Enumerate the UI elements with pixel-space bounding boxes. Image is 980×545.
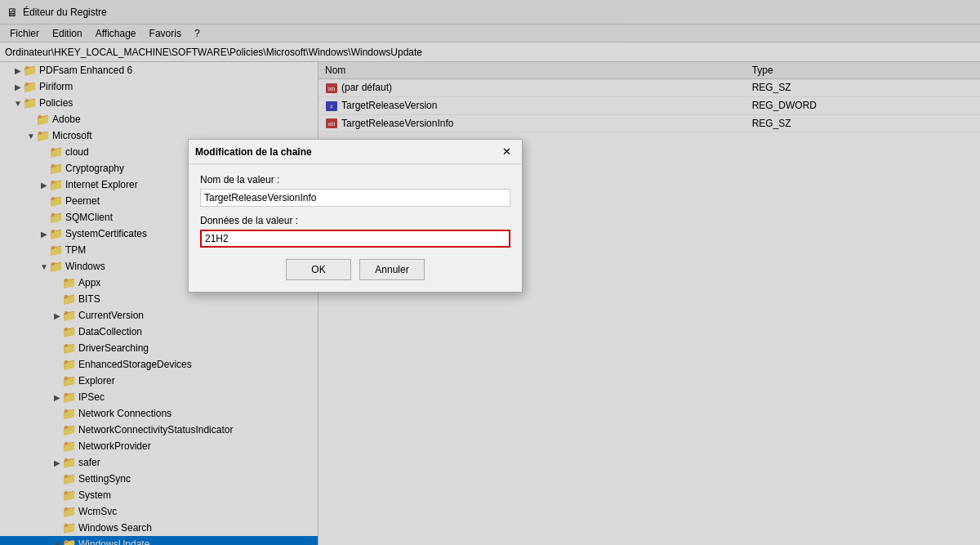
tree-item-windowsupdate[interactable]: ▼📁WindowsUpdate	[0, 536, 318, 545]
tree-item-network-connections[interactable]: 📁Network Connections	[0, 405, 318, 422]
tree-label: safer	[78, 457, 100, 468]
addressbar: Ordinateur\HKEY_LOCAL_MACHINE\SOFTWARE\P…	[0, 42, 980, 62]
tree-item-bits[interactable]: 📁BITS	[0, 291, 318, 307]
tree-label: DriverSearching	[78, 342, 149, 354]
folder-icon: 📁	[23, 96, 37, 109]
value-name-input[interactable]	[200, 189, 510, 207]
expand-arrow: ▼	[39, 262, 49, 271]
tree-label: SystemCertificates	[65, 228, 147, 239]
tree-item-safer[interactable]: ▶📁safer	[0, 454, 318, 471]
folder-icon: 📁	[62, 391, 76, 404]
value-type-cell: REG_DWORD	[746, 96, 980, 114]
tree-item-windows-search[interactable]: 📁Windows Search	[0, 520, 318, 536]
tree-item-wcmsvc[interactable]: 📁WcmSvc	[0, 503, 318, 520]
tree-label: Internet Explorer	[65, 179, 138, 190]
folder-icon: 📁	[49, 178, 63, 191]
cancel-button[interactable]: Annuler	[359, 259, 425, 280]
value-list[interactable]: Nom Type ab(par défaut)REG_SZ#TargetRele…	[318, 62, 980, 545]
menu-fichier[interactable]: Fichier	[3, 26, 46, 41]
tree-label: Windows Search	[78, 522, 152, 534]
reg_sz-icon: ab	[325, 118, 338, 129]
tree-item-ipsec[interactable]: ▶📁IPSec	[0, 389, 318, 405]
expand-arrow: ▶	[13, 83, 23, 92]
folder-icon: 📁	[62, 325, 76, 338]
folder-icon: 📁	[36, 113, 50, 126]
tree-label: System	[78, 489, 111, 501]
tree-item-enhancedstoragedevices[interactable]: 📁EnhancedStorageDevices	[0, 356, 318, 373]
folder-icon: 📁	[62, 505, 76, 518]
tree-item-networkconnectivitystatusindicator[interactable]: 📁NetworkConnectivityStatusIndicator	[0, 422, 318, 438]
tree-item-datacollection[interactable]: 📁DataCollection	[0, 324, 318, 340]
menu-affichage[interactable]: Affichage	[89, 26, 143, 41]
registry-tree[interactable]: ▶📁PDFsam Enhanced 6▶📁Piriform▼📁Policies📁…	[0, 62, 318, 545]
folder-icon: 📁	[62, 440, 76, 453]
folder-icon: 📁	[62, 358, 76, 371]
tree-label: SettingSync	[78, 473, 131, 485]
folder-icon: 📁	[49, 243, 63, 257]
app-icon: 🖥	[7, 6, 18, 19]
table-row[interactable]: abTargetReleaseVersionInfoREG_SZ	[318, 114, 980, 132]
col-name: Nom	[318, 62, 746, 79]
edit-string-dialog: Modification de la chaîne ✕ Nom de la va…	[188, 139, 523, 293]
menubar: Fichier Edition Affichage Favoris ?	[0, 25, 980, 42]
tree-label: Network Connections	[78, 408, 172, 419]
tree-item-system[interactable]: 📁System	[0, 487, 318, 503]
dialog-body: Nom de la valeur : Données de la valeur …	[189, 164, 522, 292]
tree-label: NetworkProvider	[78, 440, 151, 452]
tree-item-explorer[interactable]: 📁Explorer	[0, 373, 318, 389]
tree-item-adobe[interactable]: 📁Adobe	[0, 111, 318, 127]
folder-icon: 📁	[62, 423, 76, 436]
tree-item-settingsync[interactable]: 📁SettingSync	[0, 471, 318, 487]
main-area: ▶📁PDFsam Enhanced 6▶📁Piriform▼📁Policies📁…	[0, 62, 980, 545]
tree-label: EnhancedStorageDevices	[78, 359, 192, 370]
expand-arrow: ▶	[13, 66, 23, 75]
titlebar: 🖥 Éditeur du Registre	[0, 0, 980, 25]
tree-label: DataCollection	[78, 326, 142, 337]
tree-item-pdfsam-enhanced-6[interactable]: ▶📁PDFsam Enhanced 6	[0, 62, 318, 78]
value-data-input[interactable]	[200, 230, 510, 248]
folder-icon: 📁	[62, 456, 76, 469]
value-name-text: (par défaut)	[341, 82, 392, 93]
svg-text:#: #	[330, 104, 333, 109]
tree-item-networkprovider[interactable]: 📁NetworkProvider	[0, 438, 318, 454]
tree-item-currentversion[interactable]: ▶📁CurrentVersion	[0, 307, 318, 324]
folder-icon: 📁	[23, 64, 37, 77]
reg_dword-icon: #	[325, 101, 338, 112]
tree-label: PDFsam Enhanced 6	[39, 65, 132, 76]
value-type-cell: REG_SZ	[746, 114, 980, 132]
dialog-close-button[interactable]: ✕	[497, 143, 515, 161]
tree-label: BITS	[78, 293, 100, 305]
dialog-title: Modification de la chaîne	[195, 146, 312, 158]
expand-arrow: ▼	[13, 99, 23, 108]
menu-favoris[interactable]: Favoris	[143, 26, 188, 41]
folder-icon: 📁	[49, 145, 63, 159]
tree-label: cloud	[65, 146, 89, 158]
tree-item-piriform[interactable]: ▶📁Piriform	[0, 78, 318, 95]
folder-icon: 📁	[62, 472, 76, 485]
tree-label: IPSec	[78, 391, 105, 403]
folder-icon: 📁	[62, 276, 76, 289]
folder-icon: 📁	[62, 342, 76, 355]
svg-text:ab: ab	[328, 85, 336, 92]
tree-item-driversearching[interactable]: 📁DriverSearching	[0, 340, 318, 356]
tree-label: Microsoft	[52, 130, 92, 141]
table-row[interactable]: ab(par défaut)REG_SZ	[318, 79, 980, 97]
folder-icon: 📁	[23, 80, 37, 93]
folder-icon: 📁	[62, 309, 76, 322]
tree-label: Piriform	[39, 81, 73, 92]
tree-label: WindowsUpdate	[78, 538, 149, 545]
ok-button[interactable]: OK	[286, 259, 351, 280]
tree-label: Explorer	[78, 375, 115, 386]
folder-icon: 📁	[62, 407, 76, 420]
expand-arrow: ▶	[39, 230, 49, 239]
table-row[interactable]: #TargetReleaseVersionREG_DWORD	[318, 96, 980, 114]
tree-item-policies[interactable]: ▼📁Policies	[0, 95, 318, 111]
tree-label: Policies	[39, 97, 73, 109]
dialog-buttons: OK Annuler	[200, 259, 510, 280]
registry-values-table: Nom Type ab(par défaut)REG_SZ#TargetRele…	[318, 62, 980, 132]
value-type-cell: REG_SZ	[746, 79, 980, 97]
menu-help[interactable]: ?	[188, 26, 207, 41]
folder-icon: 📁	[49, 260, 63, 273]
folder-icon: 📁	[62, 489, 76, 502]
menu-edition[interactable]: Edition	[46, 26, 89, 41]
